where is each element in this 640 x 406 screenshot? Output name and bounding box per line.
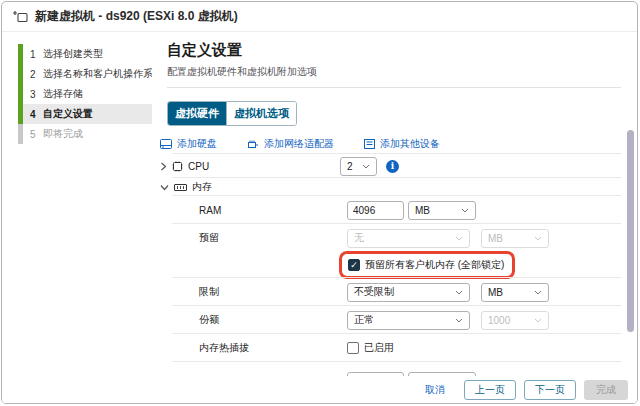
chevron-down-icon[interactable]: [160, 184, 169, 191]
memory-section-row: 内存: [167, 178, 621, 196]
reservation-row: 预留 无 MB: [167, 224, 621, 252]
limit-select[interactable]: 不受限制: [347, 283, 470, 302]
step-item-ready-to-complete[interactable]: 5 即将完成: [18, 124, 152, 144]
new-vm-wizard-dialog: 新建虚拟机 - ds920 (ESXi 8.0 虚拟机) 1 选择创建类型 2 …: [1, 1, 638, 404]
tab-group: 虚拟硬件 虚拟机选项: [167, 101, 297, 126]
reservation-select: 无: [347, 229, 470, 248]
shares-label: 份额: [167, 313, 347, 327]
ram-label: RAM: [167, 205, 347, 216]
memory-section-label: 内存: [192, 180, 212, 194]
hard-disk-icon: [160, 139, 172, 149]
back-button[interactable]: 上一页: [464, 380, 516, 400]
limit-label: 限制: [167, 285, 347, 299]
step-item-customize-settings[interactable]: 4 自定义设置: [18, 104, 152, 124]
dropdown-chevron-icon: [534, 236, 542, 241]
memory-hotplug-checkbox-label: 已启用: [364, 341, 394, 355]
hardware-list: 添加硬盘 添加网络适配器: [167, 134, 621, 376]
memory-icon: [174, 183, 187, 192]
network-adapter-icon: [247, 139, 259, 149]
tab-virtual-hardware[interactable]: 虚拟硬件: [168, 102, 226, 125]
memory-hotplug-label: 内存热插拔: [167, 341, 347, 355]
other-device-icon: [364, 139, 375, 149]
page-subtitle: 配置虚拟机硬件和虚拟机附加选项: [167, 65, 637, 79]
cpu-row: CPU 2 i: [167, 154, 621, 178]
info-icon[interactable]: i: [386, 160, 399, 173]
finish-button[interactable]: 完成: [584, 380, 628, 400]
wizard-content: 自定义设置 配置虚拟机硬件和虚拟机附加选项 虚拟硬件 虚拟机选项: [152, 33, 637, 376]
header-divider: [167, 87, 621, 88]
cancel-button[interactable]: 取消: [425, 383, 445, 397]
step-item-select-creation-type[interactable]: 1 选择创建类型: [18, 44, 152, 64]
new-vm-icon: [12, 10, 28, 24]
reservation-label: 预留: [167, 231, 347, 245]
dialog-title: 新建虚拟机 - ds920 (ESXi 8.0 虚拟机): [35, 8, 238, 25]
disk-row: 硬盘 1 GB ✕: [167, 362, 621, 376]
step-label: 选择创建类型: [43, 47, 103, 61]
cpu-icon: [172, 161, 183, 172]
step-label: 选择存储: [43, 87, 83, 101]
reserve-all-memory-row: ✓ 预留所有客户机内存 (全部锁定): [167, 252, 621, 278]
step-item-select-name-guest-os[interactable]: 2 选择名称和客户机操作系统: [18, 64, 152, 84]
title-bar: 新建虚拟机 - ds920 (ESXi 8.0 虚拟机): [2, 2, 637, 32]
dropdown-chevron-icon: [455, 290, 463, 295]
memory-hotplug-checkbox[interactable]: [347, 342, 359, 354]
ram-unit-select[interactable]: MB: [408, 201, 476, 220]
reserve-all-memory-label: 预留所有客户机内存 (全部锁定): [365, 258, 504, 272]
reservation-unit-select: MB: [481, 229, 549, 248]
chevron-right-icon[interactable]: [160, 162, 167, 171]
ram-row: RAM MB: [167, 196, 621, 224]
tab-vm-options[interactable]: 虚拟机选项: [226, 102, 296, 125]
annotation-highlight: ✓ 预留所有客户机内存 (全部锁定): [339, 251, 515, 279]
wizard-steps: 1 选择创建类型 2 选择名称和客户机操作系统 3 选择存储 4 自定义设置 5…: [2, 33, 152, 376]
add-device-toolbar: 添加硬盘 添加网络适配器: [167, 134, 621, 154]
memory-hotplug-row: 内存热插拔 已启用: [167, 334, 621, 362]
step-label: 选择名称和客户机操作系统: [43, 67, 152, 81]
page-title: 自定义设置: [167, 41, 637, 60]
dropdown-chevron-icon: [362, 164, 370, 169]
ram-size-input[interactable]: [347, 201, 404, 220]
footer-bar: 取消 上一页 下一页 完成: [2, 376, 637, 403]
shares-row: 份额 正常 1000: [167, 306, 621, 334]
reserve-all-memory-checkbox[interactable]: ✓: [348, 259, 360, 271]
add-other-device-link[interactable]: 添加其他设备: [364, 137, 440, 151]
dropdown-chevron-icon: [534, 318, 542, 323]
dropdown-chevron-icon: [461, 208, 469, 213]
step-item-select-storage[interactable]: 3 选择存储: [18, 84, 152, 104]
limit-unit-select[interactable]: MB: [481, 283, 549, 302]
cpu-label: CPU: [188, 161, 209, 172]
shares-qty-select: 1000: [481, 311, 549, 330]
step-label: 即将完成: [43, 127, 83, 141]
add-disk-link[interactable]: 添加硬盘: [160, 137, 217, 151]
dropdown-chevron-icon: [534, 290, 542, 295]
dropdown-chevron-icon: [455, 236, 463, 241]
step-label: 自定义设置: [43, 107, 93, 121]
limit-row: 限制 不受限制 MB: [167, 278, 621, 306]
add-network-adapter-link[interactable]: 添加网络适配器: [247, 137, 334, 151]
shares-select[interactable]: 正常: [347, 311, 470, 330]
dropdown-chevron-icon: [455, 318, 463, 323]
next-button[interactable]: 下一页: [524, 380, 576, 400]
scrollbar-thumb[interactable]: [627, 130, 634, 332]
cpu-count-select[interactable]: 2: [340, 157, 377, 176]
